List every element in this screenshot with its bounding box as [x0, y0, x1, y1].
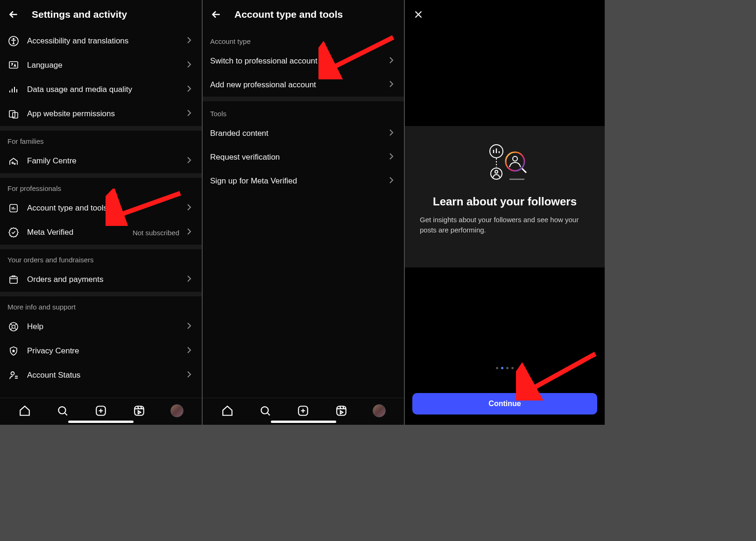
row-family-centre[interactable]: Family Centre: [0, 149, 202, 173]
dot: [506, 367, 509, 369]
row-label: Switch to professional account: [210, 56, 382, 66]
account-status-icon: [7, 369, 20, 381]
svg-point-10: [12, 325, 15, 329]
page-title: Settings and activity: [32, 9, 127, 20]
header: Settings and activity: [0, 0, 202, 29]
svg-point-12: [59, 407, 66, 414]
continue-button[interactable]: Continue: [412, 393, 597, 415]
row-account-tools[interactable]: Account type and tools: [0, 196, 202, 220]
svg-point-24: [513, 156, 517, 161]
insights-illustration-icon: [414, 143, 595, 185]
row-accessibility[interactable]: Accessibility and translations: [0, 29, 202, 53]
language-icon: [7, 59, 20, 71]
row-orders-payments[interactable]: Orders and payments: [0, 267, 202, 292]
row-sublabel: Not subscribed: [133, 229, 179, 237]
row-meta-verified-signup[interactable]: Sign up for Meta Verified: [203, 169, 404, 193]
chevron-right-icon: [187, 322, 194, 331]
row-label: Privacy Centre: [27, 346, 179, 356]
home-indicator[interactable]: [271, 421, 336, 423]
chevron-right-icon: [187, 346, 194, 356]
row-help[interactable]: Help: [0, 315, 202, 339]
chevron-right-icon: [187, 371, 194, 380]
dot: [496, 367, 498, 369]
nav-create-icon[interactable]: [293, 400, 313, 421]
nav-search-icon[interactable]: [255, 400, 276, 421]
nav-reels-icon[interactable]: [331, 400, 352, 421]
header: [405, 0, 605, 29]
onboarding-card: Learn about your followers Get insights …: [405, 126, 605, 267]
content: Accessibility and translations Language …: [0, 29, 202, 398]
row-label: Branded content: [210, 129, 382, 138]
nav-home-icon[interactable]: [217, 400, 238, 421]
dot: [511, 367, 514, 369]
dot-active: [501, 367, 503, 369]
svg-point-6: [14, 163, 15, 165]
permissions-icon: [7, 108, 20, 120]
svg-point-11: [11, 372, 14, 375]
chevron-right-icon: [187, 228, 194, 237]
chevron-right-icon: [389, 176, 396, 186]
avatar: [170, 404, 184, 417]
row-branded-content[interactable]: Branded content: [203, 121, 404, 145]
row-privacy-centre[interactable]: Privacy Centre: [0, 339, 202, 363]
privacy-centre-icon: [7, 345, 20, 357]
section-professionals-header: For professionals: [0, 178, 202, 196]
nav-create-icon[interactable]: [91, 400, 111, 421]
nav-home-icon[interactable]: [14, 400, 35, 421]
chevron-right-icon: [389, 153, 396, 162]
row-label: Family Centre: [27, 156, 179, 166]
svg-point-1: [13, 38, 14, 40]
row-data-usage[interactable]: Data usage and media quality: [0, 77, 202, 102]
chevron-right-icon: [187, 61, 194, 70]
family-centre-icon: [7, 155, 20, 167]
home-indicator[interactable]: [68, 421, 134, 423]
chevron-right-icon: [187, 85, 194, 94]
row-label: Account type and tools: [27, 204, 179, 213]
account-tools-icon: [7, 202, 20, 214]
row-add-professional[interactable]: Add new professional account: [203, 73, 404, 97]
chevron-right-icon: [389, 56, 396, 66]
row-meta-verified[interactable]: Meta Verified Not subscribed: [0, 220, 202, 245]
row-request-verification[interactable]: Request verification: [203, 145, 404, 169]
settings-screen: Settings and activity Accessibility and …: [0, 0, 202, 425]
chevron-right-icon: [187, 36, 194, 46]
row-label: Data usage and media quality: [27, 85, 179, 94]
row-label: Add new professional account: [210, 80, 382, 90]
onboarding-title: Learn about your followers: [414, 195, 595, 208]
chevron-right-icon: [187, 275, 194, 284]
section-support-header: More info and support: [0, 296, 202, 315]
onboarding-screen: Learn about your followers Get insights …: [405, 0, 605, 425]
back-arrow-icon[interactable]: [7, 8, 20, 21]
svg-point-16: [261, 407, 268, 414]
avatar: [373, 404, 386, 417]
svg-point-5: [12, 162, 13, 163]
section-orders-header: Your orders and fundraisers: [0, 249, 202, 267]
chevron-right-icon: [389, 80, 396, 90]
nav-reels-icon[interactable]: [129, 400, 149, 421]
nav-profile-avatar[interactable]: [167, 400, 187, 421]
row-account-status[interactable]: Account Status: [0, 363, 202, 387]
row-permissions[interactable]: App website permissions: [0, 102, 202, 126]
nav-search-icon[interactable]: [52, 400, 73, 421]
accessibility-icon: [7, 35, 20, 47]
row-language[interactable]: Language: [0, 53, 202, 77]
row-label: Help: [27, 322, 179, 331]
nav-profile-avatar[interactable]: [369, 400, 389, 421]
close-icon[interactable]: [412, 8, 424, 21]
row-switch-professional[interactable]: Switch to professional account: [203, 49, 404, 73]
svg-rect-2: [9, 62, 18, 68]
content: Account type Switch to professional acco…: [203, 29, 404, 398]
back-arrow-icon[interactable]: [210, 8, 222, 21]
account-type-screen: Account type and tools Account type Swit…: [203, 0, 404, 425]
meta-verified-icon: [7, 226, 20, 239]
page-title: Account type and tools: [234, 9, 343, 20]
row-label: Account Status: [27, 371, 179, 380]
onboarding-description: Get insights about your followers and se…: [414, 215, 595, 235]
svg-rect-14: [134, 406, 144, 415]
svg-rect-18: [337, 406, 346, 415]
row-label: Orders and payments: [27, 275, 179, 284]
chevron-right-icon: [187, 204, 194, 213]
section-account-type-header: Account type: [203, 29, 404, 49]
chevron-right-icon: [187, 156, 194, 166]
row-label: Sign up for Meta Verified: [210, 176, 382, 186]
